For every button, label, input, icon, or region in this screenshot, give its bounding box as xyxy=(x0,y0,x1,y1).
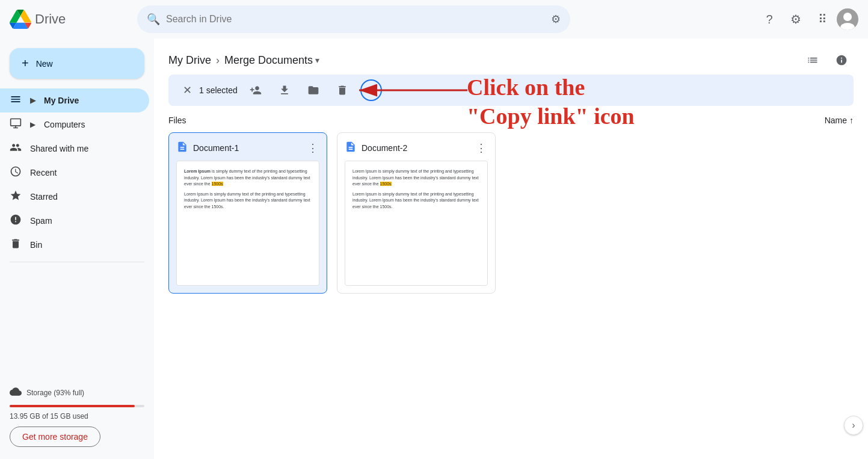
storage-cloud-icon xyxy=(10,386,22,400)
view-controls xyxy=(801,48,854,72)
sort-label: Name xyxy=(825,116,847,125)
new-button-label: New xyxy=(36,59,53,69)
breadcrumb-current[interactable]: Merge Documents ▾ xyxy=(224,54,319,67)
sidebar-item-label-spam: Spam xyxy=(30,216,52,226)
storage-label: Storage (93% full) xyxy=(26,389,84,397)
search-input[interactable] xyxy=(166,14,545,25)
file-preview-doc2: Lorem Ipsum is simply dummy text of the … xyxy=(345,161,488,286)
avatar[interactable] xyxy=(837,8,858,30)
apps-button[interactable]: ⠿ xyxy=(810,7,834,31)
preview-text-doc1-p2: Lorem Ipsum is simply dummy text of the … xyxy=(184,191,312,211)
app-name: Drive xyxy=(35,11,66,27)
sidebar: + New ▶ My Drive ▶ Computers Shared with… xyxy=(0,39,154,459)
sidebar-item-label-computers: Computers xyxy=(44,120,85,129)
sidebar-item-recent[interactable]: Recent xyxy=(0,161,149,185)
starred-icon xyxy=(10,189,22,205)
sort-direction-icon: ↑ xyxy=(849,116,854,125)
shared-icon xyxy=(10,141,22,156)
files-section: Files Name ↑ Do xyxy=(154,111,868,459)
breadcrumb-parent[interactable]: My Drive xyxy=(168,54,211,67)
file-grid: Document-1 ⋮ Lorem Ipsum is simply dummy… xyxy=(168,132,854,294)
breadcrumb-current-label: Merge Documents xyxy=(224,54,313,67)
file-menu-doc1[interactable]: ⋮ xyxy=(306,140,319,156)
download-action-button[interactable] xyxy=(274,79,295,101)
nav-arrow-my-drive: ▶ xyxy=(30,96,35,105)
topbar: Drive 🔍 ⚙ ? ⚙ ⠿ xyxy=(0,0,868,39)
files-title: Files xyxy=(168,116,186,125)
sort-button[interactable]: Name ↑ xyxy=(825,116,854,125)
file-card-title-area-doc1: Document-1 xyxy=(176,141,239,156)
spam-icon xyxy=(10,214,22,229)
breadcrumb-dropdown-icon: ▾ xyxy=(315,55,319,65)
files-header: Files Name ↑ xyxy=(168,111,854,125)
computers-icon xyxy=(10,117,22,132)
file-card-header-doc1: Document-1 ⋮ xyxy=(169,133,327,161)
list-view-button[interactable] xyxy=(801,48,825,72)
storage-bar-background xyxy=(10,405,144,407)
file-card-doc2[interactable]: Document-2 ⋮ Lorem Ipsum is simply dummy… xyxy=(337,132,496,294)
sidebar-item-label-recent: Recent xyxy=(30,168,57,177)
sidebar-item-label-bin: Bin xyxy=(30,240,42,250)
copy-link-action-button[interactable] xyxy=(360,79,382,101)
content-wrapper: My Drive › Merge Documents ▾ xyxy=(154,39,868,459)
help-button[interactable]: ? xyxy=(757,7,781,31)
sidebar-item-label-my-drive: My Drive xyxy=(44,96,79,105)
delete-action-button[interactable] xyxy=(331,79,353,101)
doc2-icon xyxy=(345,141,357,156)
sidebar-divider xyxy=(10,262,144,262)
sidebar-item-bin[interactable]: Bin xyxy=(0,233,149,257)
move-to-action-button[interactable] xyxy=(303,79,324,101)
svg-rect-3 xyxy=(11,119,21,126)
main-layout: + New ▶ My Drive ▶ Computers Shared with… xyxy=(0,39,868,459)
bin-icon xyxy=(10,238,22,253)
settings-button[interactable]: ⚙ xyxy=(784,7,808,31)
get-storage-button[interactable]: Get more storage xyxy=(10,427,100,447)
selection-count: 1 selected xyxy=(199,85,238,95)
storage-bar-fill xyxy=(10,405,135,407)
share-action-button[interactable] xyxy=(245,79,266,101)
sidebar-item-label-shared: Shared with me xyxy=(30,144,88,153)
preview-text-doc2-p2: Lorem Ipsum is simply dummy text of the … xyxy=(352,191,480,211)
recent-icon xyxy=(10,165,22,180)
file-card-title-area-doc2: Document-2 xyxy=(345,141,407,156)
scroll-button[interactable]: › xyxy=(844,416,863,435)
logo-area: Drive xyxy=(10,8,130,30)
storage-usage-text: 13.95 GB of 15 GB used xyxy=(10,412,144,420)
preview-text-doc2-p1: Lorem Ipsum is simply dummy text of the … xyxy=(352,168,480,188)
file-name-doc1: Document-1 xyxy=(193,143,239,153)
search-icon: 🔍 xyxy=(147,13,160,26)
topbar-actions: ? ⚙ ⠿ xyxy=(757,7,858,31)
file-card-doc1[interactable]: Document-1 ⋮ Lorem Ipsum is simply dummy… xyxy=(168,132,327,294)
file-menu-doc2[interactable]: ⋮ xyxy=(475,140,488,156)
sidebar-item-spam[interactable]: Spam xyxy=(0,209,149,233)
my-drive-icon xyxy=(10,93,22,108)
file-preview-doc1: Lorem Ipsum is simply dummy text of the … xyxy=(176,161,319,286)
breadcrumb: My Drive › Merge Documents ▾ xyxy=(168,54,319,67)
sidebar-item-computers[interactable]: ▶ Computers xyxy=(0,112,149,137)
nav-arrow-computers: ▶ xyxy=(30,120,35,129)
info-button[interactable] xyxy=(830,48,854,72)
selection-bar: ✕ 1 selected xyxy=(168,75,854,106)
svg-point-1 xyxy=(843,13,852,21)
search-filter-icon[interactable]: ⚙ xyxy=(551,13,561,26)
sidebar-item-my-drive[interactable]: ▶ My Drive xyxy=(0,88,149,112)
sidebar-item-label-starred: Starred xyxy=(30,192,58,202)
breadcrumb-separator: › xyxy=(216,54,220,67)
search-bar: 🔍 ⚙ xyxy=(137,5,570,33)
new-button-icon: + xyxy=(22,57,29,70)
sidebar-item-shared[interactable]: Shared with me xyxy=(0,137,149,161)
preview-text-doc1-p1: Lorem Ipsum is simply dummy text of the … xyxy=(184,168,312,188)
file-name-doc2: Document-2 xyxy=(362,143,407,153)
doc1-icon xyxy=(176,141,188,156)
storage-section: Storage (93% full) 13.95 GB of 15 GB use… xyxy=(0,378,154,454)
selection-close-button[interactable]: ✕ xyxy=(183,84,192,97)
new-button[interactable]: + New xyxy=(10,48,144,79)
drive-logo-icon xyxy=(10,8,31,30)
file-card-header-doc2: Document-2 ⋮ xyxy=(337,133,495,161)
sidebar-item-starred[interactable]: Starred xyxy=(0,185,149,209)
content-area: My Drive › Merge Documents ▾ xyxy=(154,39,868,459)
